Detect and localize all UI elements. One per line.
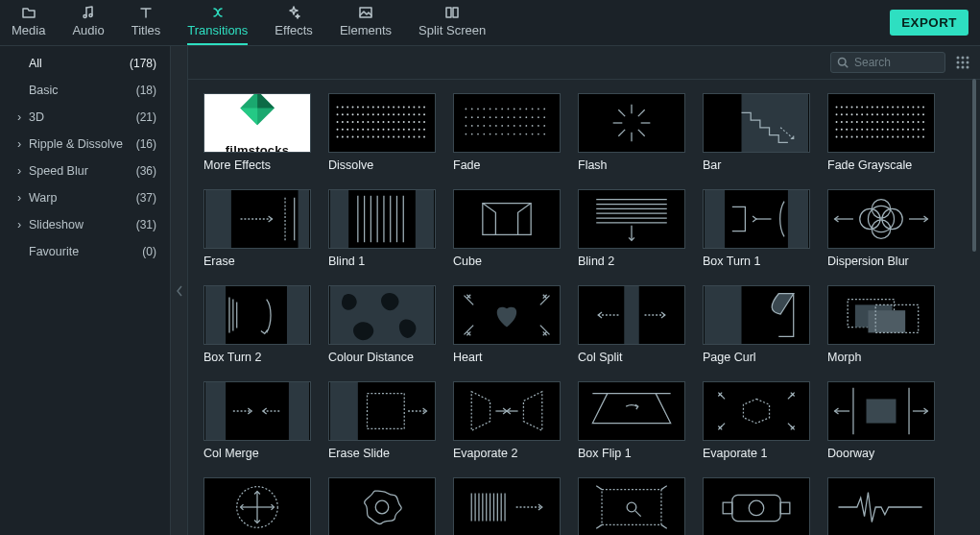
transition-item[interactable]: Evaporate 1 [703,381,810,460]
thumbnail [827,477,935,535]
transition-label: Cube [453,255,561,268]
transition-item[interactable] [703,477,810,535]
transition-item[interactable]: Page Curl [703,285,810,364]
category-label: Basic [29,84,59,97]
transition-item[interactable]: Evaporate 2 [453,381,561,460]
svg-point-214 [876,121,878,123]
svg-point-199 [892,113,894,115]
transition-item[interactable] [328,477,436,535]
thumbnail [703,189,810,249]
svg-point-55 [357,121,359,123]
thumbnail [578,189,685,249]
transition-item[interactable]: Box Turn 2 [203,285,311,364]
sidebar-collapse-handle[interactable] [171,46,188,535]
svg-point-234 [887,129,889,131]
svg-point-200 [896,113,898,115]
svg-point-218 [896,121,898,123]
svg-point-10 [962,61,965,64]
category-3d[interactable]: ›3D(21) [0,104,170,131]
tab-media[interactable]: Media [12,5,45,45]
category-all[interactable]: All(178) [0,50,170,77]
svg-rect-4 [453,8,458,17]
transition-item[interactable]: Blind 2 [578,189,685,268]
svg-rect-260 [205,190,231,248]
svg-point-146 [543,125,545,127]
search-input[interactable] [852,55,939,70]
transition-item[interactable]: Colour Distance [328,285,436,364]
svg-point-179 [881,107,883,109]
transition-item[interactable]: Col Split [578,285,685,364]
category-slideshow[interactable]: ›Slideshow(31) [0,211,170,238]
transition-label: Dissolve [328,158,436,172]
transition-item[interactable] [578,477,685,535]
svg-point-242 [836,136,838,138]
transition-item[interactable]: Cube [453,189,561,268]
svg-point-64 [403,121,405,123]
svg-point-18 [352,107,354,109]
svg-point-26 [393,107,394,109]
svg-rect-292 [205,286,226,344]
transition-item[interactable] [203,477,311,535]
svg-point-24 [382,107,384,109]
svg-point-183 [902,107,904,109]
tab-label: Effects [275,23,313,37]
export-button[interactable]: EXPORT [890,10,968,36]
thumbnail [203,189,311,249]
category-warp[interactable]: ›Warp(37) [0,184,170,211]
svg-point-229 [861,129,863,131]
tab-transitions[interactable]: Transitions [187,5,248,45]
category-favourite[interactable]: Favourite(0) [0,238,170,265]
transition-grid[interactable]: filmstocksMore EffectsDissolveFadeFlashB… [188,80,980,535]
svg-point-176 [867,107,869,109]
svg-point-184 [907,107,909,109]
chevron-right-icon: › [17,164,25,178]
svg-point-9 [957,61,960,64]
transition-item[interactable]: Fade [453,93,561,172]
thumbnail: filmstocks [203,93,311,153]
tab-effects[interactable]: Effects [275,5,313,45]
tab-splitscreen[interactable]: Split Screen [418,5,486,45]
transition-item[interactable]: Bar [703,93,810,172]
tab-titles[interactable]: Titles [131,5,161,45]
svg-point-123 [490,116,491,118]
svg-point-106 [471,109,473,110]
thumbnail [827,93,935,153]
transition-item[interactable]: Erase Slide [328,381,436,460]
transition-item[interactable]: Col Merge [203,381,311,460]
svg-point-109 [490,109,491,110]
thumbnail [703,285,810,345]
transition-item[interactable] [827,477,935,535]
svg-point-96 [382,136,384,138]
svg-point-225 [841,129,843,131]
transition-item[interactable]: Erase [203,189,311,268]
category-sidebar: All(178)Basic(18)›3D(21)›Ripple & Dissol… [0,46,171,535]
transition-item[interactable]: Box Flip 1 [578,381,685,460]
thumbnail [328,189,436,249]
transition-item[interactable] [453,477,561,535]
category-basic[interactable]: Basic(18) [0,77,170,104]
svg-point-99 [397,136,399,138]
transition-item[interactable]: Dispersion Blur [827,189,935,268]
tab-elements[interactable]: Elements [340,5,392,45]
vertical-scrollbar[interactable] [972,79,976,252]
category-ripple-dissolve[interactable]: ›Ripple & Dissolve(16) [0,131,170,158]
search-box[interactable] [830,52,945,73]
transition-item[interactable]: Morph [827,285,935,364]
tab-audio[interactable]: Audio [72,5,104,45]
transition-item[interactable]: Flash [578,93,685,172]
category-speed-blur[interactable]: ›Speed Blur(36) [0,158,170,184]
tab-list: MediaAudioTitlesTransitionsEffectsElemen… [12,0,486,45]
transition-item[interactable]: Doorway [827,381,935,460]
transition-item[interactable]: Fade Grayscale [827,93,935,172]
transition-item[interactable]: Box Turn 1 [703,189,810,268]
transition-item[interactable]: filmstocksMore Effects [203,93,311,172]
grid-view-icon[interactable] [955,55,970,70]
svg-point-79 [388,129,390,131]
transition-item[interactable]: Dissolve [328,93,436,172]
main-toolbar [188,46,980,80]
svg-point-228 [856,129,858,131]
transition-item[interactable]: Blind 1 [328,189,436,268]
brand-label: filmstocks [226,143,289,153]
svg-point-80 [393,129,394,131]
transition-item[interactable]: Heart [453,285,561,364]
